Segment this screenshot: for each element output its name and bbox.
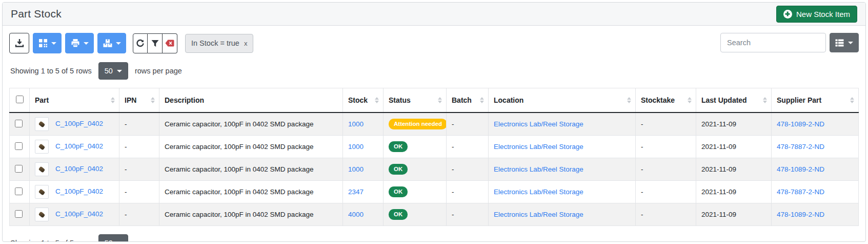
table-row: C_100pF_0402 - Ceramic capacitor, 100pF … [10, 158, 859, 181]
supplier-part-link[interactable]: 478-7887-2-ND [777, 188, 824, 196]
ipn-cell: - [119, 158, 159, 181]
column-select-button[interactable] [830, 33, 859, 52]
status-badge: OK [389, 209, 408, 220]
supplier-part-link[interactable]: 478-1089-2-ND [777, 211, 824, 218]
location-link[interactable]: Electronics Lab/Reel Storage [494, 143, 583, 151]
stock-cell: 2347 [343, 181, 383, 203]
part-thumbnail[interactable] [35, 185, 49, 199]
page-size-dropdown-top[interactable]: 50 [98, 62, 128, 80]
sort-icon[interactable] [627, 97, 631, 103]
stock-quantity-link[interactable]: 2347 [348, 188, 364, 196]
caret-down-icon [116, 42, 121, 45]
supplier-part-cell: 478-1089-2-ND [772, 112, 859, 136]
location-cell: Electronics Lab/Reel Storage [489, 203, 636, 226]
stocktake-cell: - [636, 181, 696, 203]
clear-filters-button[interactable] [163, 33, 177, 53]
caret-up-icon [117, 242, 122, 242]
stock-quantity-link[interactable]: 4000 [348, 211, 364, 218]
export-download-button[interactable] [9, 33, 29, 53]
caret-down-icon [848, 42, 853, 44]
select-all-checkbox[interactable] [16, 96, 24, 103]
status-badge: OK [389, 164, 408, 175]
stock-quantity-link[interactable]: 1000 [348, 120, 364, 128]
row-checkbox[interactable] [15, 210, 23, 218]
page-size-value: 50 [105, 67, 113, 75]
pagination-detail-top: Showing 1 to 5 of 5 rows 50 rows per pag… [10, 62, 858, 80]
sort-icon[interactable] [151, 97, 155, 103]
row-checkbox[interactable] [15, 120, 23, 127]
row-select-cell [10, 181, 30, 203]
part-thumbnail[interactable] [35, 117, 49, 131]
row-checkbox[interactable] [15, 142, 23, 150]
part-thumbnail[interactable] [35, 208, 49, 221]
caret-down-icon [117, 70, 122, 72]
sort-icon[interactable] [111, 97, 115, 103]
part-link[interactable]: C_100pF_0402 [55, 210, 103, 218]
column-header-ipn[interactable]: IPN [119, 88, 159, 113]
last-updated-cell: 2021-11-09 [696, 203, 772, 226]
stock-table: PartIPNDescriptionStockStatusBatchLocati… [9, 88, 859, 226]
part-link[interactable]: C_100pF_0402 [55, 187, 103, 195]
new-stock-item-button[interactable]: New Stock Item [776, 6, 857, 23]
remove-filter-x[interactable]: x [244, 40, 248, 47]
new-stock-item-label: New Stock Item [796, 10, 850, 18]
part-thumbnail[interactable] [35, 162, 49, 176]
toolbar-left: In Stock = true x [9, 33, 253, 53]
column-header-label: Stock [348, 96, 368, 104]
stock-table-header-row: PartIPNDescriptionStockStatusBatchLocati… [10, 88, 859, 113]
sort-icon[interactable] [688, 97, 692, 103]
location-link[interactable]: Electronics Lab/Reel Storage [494, 188, 583, 196]
reload-table-button[interactable] [133, 33, 148, 53]
sort-icon[interactable] [763, 97, 767, 103]
stocktake-cell: - [636, 112, 696, 136]
stock-quantity-link[interactable]: 1000 [348, 165, 364, 173]
description-cell: Ceramic capacitor, 100pF in 0402 SMD pac… [159, 181, 343, 203]
filter-table-button[interactable] [148, 33, 163, 53]
print-actions-button[interactable] [65, 33, 94, 53]
column-header-status[interactable]: Status [383, 88, 447, 113]
supplier-part-link[interactable]: 478-7887-2-ND [777, 143, 824, 151]
panel-body: In Stock = true x [3, 26, 865, 242]
part-cell: C_100pF_0402 [30, 136, 119, 158]
column-header-label: Part [35, 96, 49, 104]
table-row: C_100pF_0402 - Ceramic capacitor, 100pF … [10, 112, 859, 136]
rows-per-page-text: rows per page [135, 67, 182, 75]
sort-icon[interactable] [850, 97, 854, 103]
column-header-supplier_part[interactable]: Supplier Part [772, 88, 859, 113]
row-checkbox[interactable] [15, 165, 23, 173]
refresh-icon [136, 39, 145, 48]
filter-funnel-icon [151, 40, 159, 47]
column-header-part[interactable]: Part [30, 88, 119, 113]
part-link[interactable]: C_100pF_0402 [55, 142, 103, 150]
row-checkbox[interactable] [15, 187, 23, 195]
search-input[interactable] [720, 33, 826, 52]
part-link[interactable]: C_100pF_0402 [55, 120, 103, 127]
column-header-location[interactable]: Location [489, 88, 636, 113]
page-size-dropdown-bottom[interactable]: 50 [98, 234, 128, 242]
sort-icon[interactable] [480, 97, 484, 103]
column-header-stock[interactable]: Stock [343, 88, 383, 113]
part-thumbnail[interactable] [35, 140, 49, 154]
column-header-stocktake[interactable]: Stocktake [636, 88, 696, 113]
page-size-value: 50 [105, 239, 113, 242]
location-link[interactable]: Electronics Lab/Reel Storage [494, 120, 583, 128]
supplier-part-link[interactable]: 478-1089-2-ND [777, 165, 824, 173]
last-updated-cell: 2021-11-09 [696, 158, 772, 181]
description-cell: Ceramic capacitor, 100pF in 0402 SMD pac… [159, 158, 343, 181]
location-link[interactable]: Electronics Lab/Reel Storage [494, 165, 583, 173]
sort-icon[interactable] [438, 97, 442, 103]
column-header-batch[interactable]: Batch [447, 88, 489, 113]
stocktake-cell: - [636, 158, 696, 181]
supplier-part-link[interactable]: 478-1089-2-ND [777, 120, 824, 128]
select-all-header [10, 88, 30, 113]
table-toolbar: In Stock = true x [9, 33, 859, 53]
sort-icon[interactable] [375, 97, 379, 103]
barcode-actions-button[interactable] [33, 33, 62, 53]
location-link[interactable]: Electronics Lab/Reel Storage [494, 211, 583, 218]
column-header-last_updated[interactable]: Last Updated [696, 88, 772, 113]
status-badge: Attention needed [389, 119, 447, 129]
stock-quantity-link[interactable]: 1000 [348, 143, 364, 151]
row-select-cell [10, 158, 30, 181]
stock-actions-button[interactable] [97, 33, 126, 53]
part-link[interactable]: C_100pF_0402 [55, 165, 103, 173]
